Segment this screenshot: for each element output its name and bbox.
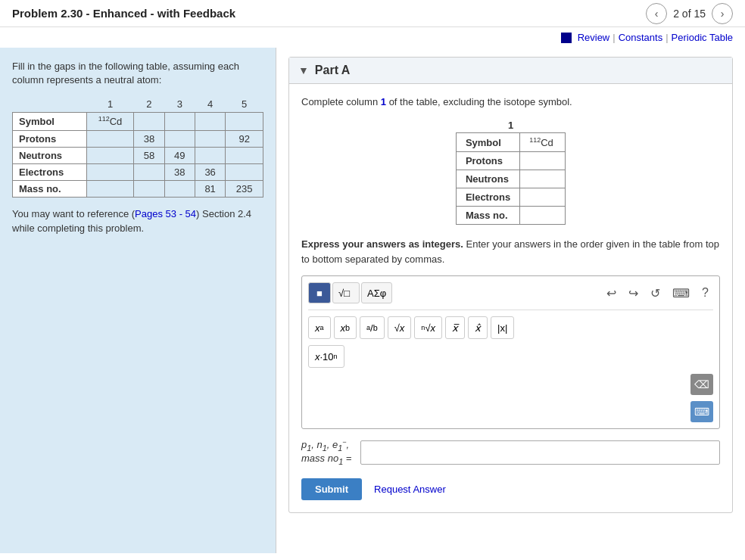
collapse-arrow-icon[interactable]: ▼ — [298, 64, 309, 76]
mode-btn-2[interactable]: √□ — [332, 282, 360, 303]
top-links-bar: Review | Constants | Periodic Table — [0, 27, 745, 48]
table-row: Protons 38 92 — [13, 130, 263, 147]
mass-no-value — [520, 207, 566, 225]
answer-col-header: 1 — [456, 120, 566, 131]
column-highlight: 1 — [381, 96, 386, 107]
help-button[interactable]: ? — [697, 284, 713, 303]
math-btn-frac[interactable]: a/b — [360, 316, 385, 339]
sqrt-icon: √□ — [338, 287, 354, 299]
math-btn-xbar[interactable]: x̅ — [445, 316, 465, 339]
table-row: Protons — [456, 152, 565, 170]
answer-table-container: 1 Symbol 112Cd Protons — [456, 120, 566, 225]
header: Problem 2.30 - Enhanced - with Feedback … — [0, 0, 745, 27]
main-layout: Fill in the gaps in the following table,… — [0, 48, 745, 553]
math-btn-xb[interactable]: xb — [334, 316, 357, 339]
reset-button[interactable]: ↺ — [646, 284, 665, 303]
nav-counter: 2 of 15 — [673, 8, 706, 20]
reference-table-wrapper: 1 2 3 4 5 Symbol 112Cd — [12, 96, 263, 197]
neutrons-label: Neutrons — [456, 170, 519, 188]
electrons-value — [520, 188, 566, 207]
col-header-4: 4 — [195, 96, 225, 113]
redo-button[interactable]: ↪ — [624, 284, 643, 303]
part-a-section: ▼ Part A Complete column 1 of the table,… — [288, 57, 733, 513]
reference-note: You may want to reference (Pages 53 - 54… — [12, 207, 263, 236]
undo-button[interactable]: ↩ — [602, 284, 621, 303]
part-a-header: ▼ Part A — [289, 58, 732, 84]
answer-table: Symbol 112Cd Protons Neutrons — [456, 132, 566, 225]
right-panel: ▼ Part A Complete column 1 of the table,… — [276, 48, 745, 553]
protons-value — [520, 152, 566, 170]
nav-controls: ‹ 2 of 15 › — [646, 3, 733, 24]
expression-instruction: Express your answers as integers. Enter … — [301, 237, 720, 266]
next-button[interactable]: › — [712, 3, 733, 24]
math-toolbar-row2: xa xb a/b √x n√x x̅ x̂ |x| — [308, 316, 713, 339]
table-row: Electrons 38 36 — [13, 163, 263, 180]
keyboard-button[interactable]: ⌨ — [690, 401, 713, 422]
page-title: Problem 2.30 - Enhanced - with Feedback — [12, 7, 235, 20]
table-row: Symbol 112Cd — [13, 113, 263, 130]
table-row: Neutrons 58 49 — [13, 147, 263, 163]
symbol-header: Symbol — [456, 133, 519, 152]
review-link[interactable]: Review — [578, 32, 610, 43]
answer-input[interactable] — [360, 440, 720, 465]
math-btn-nthroot[interactable]: n√x — [414, 316, 442, 339]
col-header-1: 1 — [86, 96, 133, 113]
constants-link[interactable]: Constants — [619, 32, 663, 43]
neutrons-value — [520, 170, 566, 188]
math-btn-abs[interactable]: |x| — [491, 316, 514, 339]
math-btn-sqrt[interactable]: √x — [388, 316, 412, 339]
svg-text:√□: √□ — [338, 288, 350, 299]
pages-link[interactable]: Pages 53 - 54 — [135, 208, 196, 219]
math-btn-xa[interactable]: xa — [308, 316, 331, 339]
protons-label: Protons — [456, 152, 519, 170]
math-btn-sci[interactable]: x·10n — [308, 345, 344, 368]
review-icon — [561, 33, 572, 43]
table-row: Mass no. — [456, 207, 565, 225]
table-row: Electrons — [456, 188, 565, 207]
col-header-5: 5 — [226, 96, 263, 113]
part-a-title: Part A — [315, 64, 351, 77]
part-a-instruction: Complete column 1 of the table, excludin… — [301, 96, 720, 107]
input-side-controls: ⌫ ⌨ — [690, 374, 713, 422]
math-input-box: ■ √□ ΑΣφ ↩ ↪ ↺ ⌨ — [301, 275, 720, 429]
math-btn-xhat[interactable]: x̂ — [468, 316, 488, 339]
math-input-area: ⌫ ⌨ — [308, 374, 713, 422]
math-toolbar-top: ■ √□ ΑΣφ ↩ ↪ ↺ ⌨ — [308, 282, 713, 310]
table-row: Mass no. 81 235 — [13, 180, 263, 197]
part-a-body: Complete column 1 of the table, excludin… — [289, 84, 732, 512]
mode-btn-3[interactable]: ΑΣφ — [361, 282, 392, 303]
table-row: Neutrons — [456, 170, 565, 188]
reference-table: 1 2 3 4 5 Symbol 112Cd — [12, 96, 263, 197]
keyboard-toggle-button[interactable]: ⌨ — [668, 284, 694, 303]
electrons-label: Electrons — [456, 188, 519, 207]
submit-button[interactable]: Submit — [301, 478, 362, 500]
answer-row: p1, n1, e1−,mass no1 = — [301, 438, 720, 466]
answer-table-wrap: 1 Symbol 112Cd Protons — [301, 120, 720, 225]
empty-header — [13, 96, 87, 113]
toolbar-group-left: ■ √□ ΑΣφ — [308, 282, 392, 303]
periodic-table-link[interactable]: Periodic Table — [672, 32, 733, 43]
symbol-value: 112Cd — [520, 133, 566, 152]
left-intro: Fill in the gaps in the following table,… — [12, 60, 263, 87]
toolbar-group-right: ↩ ↪ ↺ ⌨ ? — [602, 284, 713, 303]
mass-no-label: Mass no. — [456, 207, 519, 225]
col-header-2: 2 — [134, 96, 164, 113]
math-toolbar-row3: x·10n — [308, 345, 713, 368]
request-answer-link[interactable]: Request Answer — [374, 484, 446, 495]
delete-button[interactable]: ⌫ — [690, 374, 713, 395]
prev-button[interactable]: ‹ — [646, 3, 667, 24]
col-header-3: 3 — [164, 96, 195, 113]
mode-btn-1[interactable]: ■ — [308, 282, 331, 303]
answer-label: p1, n1, e1−,mass no1 = — [301, 438, 351, 466]
action-row: Submit Request Answer — [301, 478, 720, 500]
left-panel: Fill in the gaps in the following table,… — [0, 48, 276, 553]
